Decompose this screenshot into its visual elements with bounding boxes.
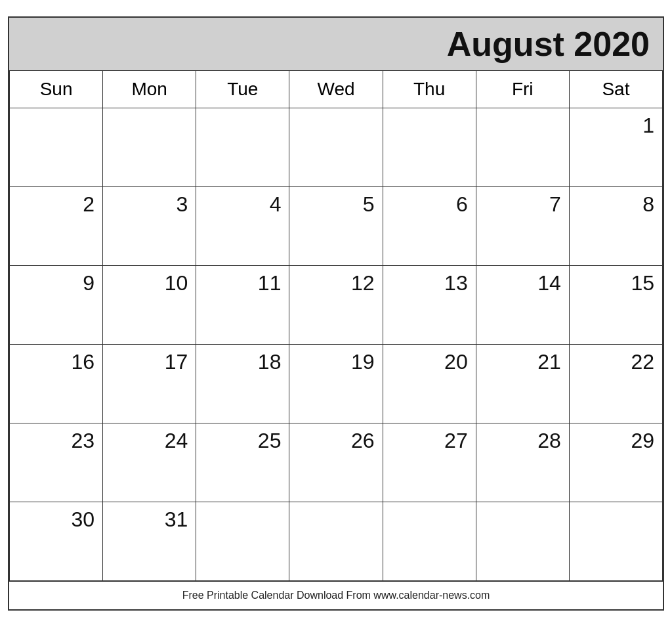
- calendar-day: 15: [569, 266, 662, 345]
- calendar-day: 30: [10, 502, 103, 581]
- calendar-day: [476, 502, 569, 581]
- calendar-day: 2: [10, 187, 103, 266]
- calendar-day: [476, 108, 569, 187]
- calendar-day: 31: [103, 502, 196, 581]
- calendar-day: 12: [289, 266, 383, 345]
- calendar-day: 22: [569, 345, 662, 423]
- calendar: August 2020 SunMonTueWedThuFriSat 123456…: [8, 16, 664, 611]
- calendar-day: [289, 108, 383, 187]
- calendar-day: 14: [476, 266, 569, 345]
- calendar-day: [10, 108, 103, 187]
- calendar-day: 11: [196, 266, 289, 345]
- calendar-day: [196, 108, 289, 187]
- day-header-sun: Sun: [10, 71, 103, 108]
- calendar-day: [196, 502, 289, 581]
- calendar-day: 6: [383, 187, 476, 266]
- calendar-day: 19: [289, 345, 383, 423]
- calendar-day: 16: [10, 345, 103, 423]
- calendar-day: 9: [10, 266, 103, 345]
- calendar-day: 26: [289, 423, 383, 502]
- day-headers-row: SunMonTueWedThuFriSat: [10, 71, 663, 108]
- week-row-0: 1: [10, 108, 663, 187]
- week-row-3: 16171819202122: [10, 345, 663, 423]
- calendar-day: 20: [383, 345, 476, 423]
- footer: Free Printable Calendar Download From ww…: [9, 581, 663, 609]
- calendar-day: 24: [103, 423, 196, 502]
- calendar-day: 29: [569, 423, 662, 502]
- calendar-day: 28: [476, 423, 569, 502]
- calendar-day: [103, 108, 196, 187]
- week-row-1: 2345678: [10, 187, 663, 266]
- calendar-day: [289, 502, 383, 581]
- calendar-day: 25: [196, 423, 289, 502]
- calendar-day: 23: [10, 423, 103, 502]
- calendar-day: 13: [383, 266, 476, 345]
- day-header-thu: Thu: [383, 71, 476, 108]
- calendar-day: 27: [383, 423, 476, 502]
- calendar-day: 21: [476, 345, 569, 423]
- day-header-mon: Mon: [103, 71, 196, 108]
- calendar-day: [383, 108, 476, 187]
- calendar-day: 18: [196, 345, 289, 423]
- week-row-2: 9101112131415: [10, 266, 663, 345]
- calendar-day: 10: [103, 266, 196, 345]
- calendar-title: August 2020: [447, 25, 650, 63]
- week-row-4: 23242526272829: [10, 423, 663, 502]
- week-row-5: 3031: [10, 502, 663, 581]
- calendar-day: 17: [103, 345, 196, 423]
- calendar-table: SunMonTueWedThuFriSat 123456789101112131…: [9, 70, 663, 581]
- calendar-day: 5: [289, 187, 383, 266]
- calendar-header: August 2020: [9, 18, 663, 70]
- calendar-day: [569, 502, 662, 581]
- calendar-day: 1: [569, 108, 662, 187]
- footer-text: Free Printable Calendar Download From ww…: [182, 590, 490, 601]
- calendar-day: 3: [103, 187, 196, 266]
- day-header-fri: Fri: [476, 71, 569, 108]
- calendar-day: 8: [569, 187, 662, 266]
- calendar-day: [383, 502, 476, 581]
- day-header-sat: Sat: [569, 71, 662, 108]
- day-header-tue: Tue: [196, 71, 289, 108]
- calendar-day: 7: [476, 187, 569, 266]
- calendar-day: 4: [196, 187, 289, 266]
- day-header-wed: Wed: [289, 71, 383, 108]
